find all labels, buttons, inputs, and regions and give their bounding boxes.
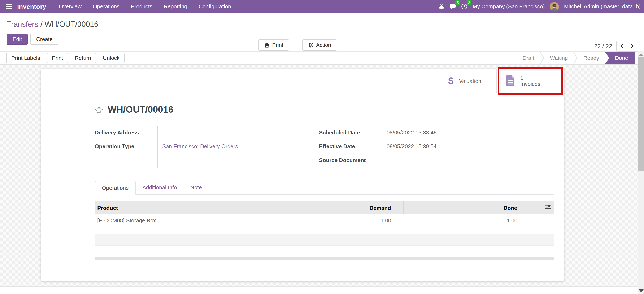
optional-columns-header: [520, 201, 554, 214]
operation-type-link[interactable]: San Francisco: Delivery Orders: [157, 140, 319, 154]
operations-table: Product Demand Done: [95, 201, 554, 227]
step-separator-icon: [573, 51, 578, 64]
table-empty-space: [95, 227, 554, 234]
print-button[interactable]: Print: [258, 39, 289, 51]
chevron-left-icon: [620, 43, 624, 48]
cell-demand[interactable]: 1.00: [279, 214, 394, 227]
status-step-draft[interactable]: Draft: [517, 51, 540, 64]
tab-operations[interactable]: Operations: [95, 181, 136, 195]
step-separator-icon: [540, 51, 544, 64]
cell-options: [520, 214, 554, 227]
print-labels-button[interactable]: Print Labels: [6, 53, 45, 63]
action-button[interactable]: Action: [302, 39, 337, 51]
field-groups: Delivery Address Operation Type San Fran…: [95, 126, 554, 168]
field-label: Scheduled Date: [319, 126, 382, 140]
table-row[interactable]: [E-COM08] Storage Box 1.00 1.00: [95, 214, 554, 227]
invoices-count: 1: [520, 74, 540, 81]
vertical-scrollbar[interactable]: [638, 51, 644, 294]
table-header-row: Product Demand Done: [95, 201, 554, 214]
navbar-systray: 5 2 My Company (San Francisco): [438, 2, 641, 11]
valuation-smart-button[interactable]: $ Valuation: [438, 69, 496, 93]
create-button[interactable]: Create: [30, 33, 58, 45]
field-label: Source Document: [319, 154, 382, 168]
printer-icon: [264, 42, 270, 48]
form-sheet: $ Valuation 1: [41, 69, 564, 281]
cell-done[interactable]: 1.00: [403, 214, 520, 227]
activities-clock-icon[interactable]: 2: [461, 3, 468, 10]
cell-product[interactable]: [E-COM08] Storage Box: [95, 214, 279, 227]
menu-overview[interactable]: Overview: [59, 3, 82, 10]
user-menu[interactable]: Mitchell Admin (master_data_b): [564, 3, 641, 10]
pager-next-button[interactable]: [627, 41, 637, 51]
invoice-document-icon: [506, 75, 515, 86]
notebook-tabs: Operations Additional Info Note: [95, 181, 554, 195]
column-header-product: Product: [95, 201, 279, 214]
breadcrumb-transfers-link[interactable]: Transfers: [7, 20, 38, 28]
valuation-label: Valuation: [459, 78, 482, 84]
favorite-star-icon[interactable]: [95, 106, 103, 114]
unlock-button[interactable]: Unlock: [98, 53, 125, 63]
messages-badge: 5: [455, 0, 460, 5]
debug-bug-icon[interactable]: [438, 3, 444, 9]
field-value: [382, 154, 554, 168]
form-statusbar: Print Labels Print Return Unlock Draft W…: [0, 51, 644, 65]
pager-buttons: [616, 41, 637, 51]
field-scheduled-date: Scheduled Date 08/05/2022 15:38:46: [319, 126, 554, 140]
scroll-up-arrow-icon[interactable]: [639, 53, 643, 56]
record-title-row: WH/OUT/00016: [95, 103, 554, 116]
invoices-stat-text: 1 Invoices: [520, 74, 540, 87]
menu-products[interactable]: Products: [131, 3, 152, 10]
table-horizontal-scrollbar[interactable]: [95, 257, 554, 261]
breadcrumb-current: WH/OUT/00016: [45, 20, 98, 28]
column-header-empty: [394, 201, 403, 214]
status-steps: Draft Waiting Ready Done: [517, 51, 635, 64]
menu-reporting[interactable]: Reporting: [164, 3, 188, 10]
status-step-ready[interactable]: Ready: [578, 51, 604, 64]
tab-additional-info[interactable]: Additional Info: [136, 181, 184, 194]
field-effective-date: Effective Date 08/05/2022 15:39:54: [319, 140, 554, 154]
menu-operations[interactable]: Operations: [93, 3, 120, 10]
column-header-demand: Demand: [279, 201, 394, 214]
record-actions: Print Action: [258, 39, 337, 51]
scroll-down-arrow-icon[interactable]: [638, 290, 644, 292]
optional-columns-icon[interactable]: [545, 204, 551, 210]
return-button[interactable]: Return: [70, 53, 96, 63]
dollar-icon: $: [448, 76, 454, 86]
print-button-label: Print: [272, 42, 283, 48]
field-group-left: Delivery Address Operation Type San Fran…: [95, 126, 319, 168]
control-panel: Transfers / WH/OUT/00016 Edit Create Pri…: [0, 13, 644, 51]
user-avatar[interactable]: [550, 2, 559, 11]
field-source-document: Source Document: [319, 154, 554, 168]
field-value: [157, 126, 319, 140]
field-label: Operation Type: [95, 140, 157, 154]
odoo-inventory-transfer-screen: Inventory Overview Operations Products R…: [0, 0, 644, 294]
breadcrumb: Transfers / WH/OUT/00016: [7, 20, 637, 29]
app-title[interactable]: Inventory: [17, 3, 46, 10]
scrollbar-thumb[interactable]: [638, 57, 644, 171]
field-label: Delivery Address: [95, 126, 157, 140]
messages-icon[interactable]: 5: [450, 3, 456, 10]
invoices-smart-button[interactable]: 1 Invoices: [496, 69, 558, 93]
smart-buttons-row: $ Valuation 1: [41, 69, 564, 93]
apps-grid-icon[interactable]: [6, 3, 12, 9]
gear-icon: [308, 42, 314, 48]
status-step-waiting[interactable]: Waiting: [544, 51, 573, 64]
company-switcher[interactable]: My Company (San Francisco): [472, 3, 545, 10]
pager-counter[interactable]: 22 / 22: [594, 43, 612, 49]
breadcrumb-separator: /: [38, 20, 45, 28]
edit-button[interactable]: Edit: [7, 33, 28, 45]
field-spacer-row: [95, 154, 319, 168]
activities-badge: 2: [467, 0, 471, 5]
form-view-area: $ Valuation 1: [0, 65, 638, 294]
record-title: WH/OUT/00016: [108, 103, 173, 116]
action-button-label: Action: [316, 42, 331, 48]
field-operation-type: Operation Type San Francisco: Delivery O…: [95, 140, 319, 154]
print-document-button[interactable]: Print: [47, 53, 68, 63]
table-striped-empty-row: [95, 234, 554, 246]
invoices-label: Invoices: [520, 81, 540, 87]
tab-note[interactable]: Note: [184, 181, 208, 194]
menu-configuration[interactable]: Configuration: [199, 3, 231, 10]
status-step-done-active[interactable]: Done: [604, 51, 635, 64]
field-value: 08/05/2022 15:39:54: [382, 140, 554, 154]
pager-previous-button[interactable]: [617, 41, 627, 51]
